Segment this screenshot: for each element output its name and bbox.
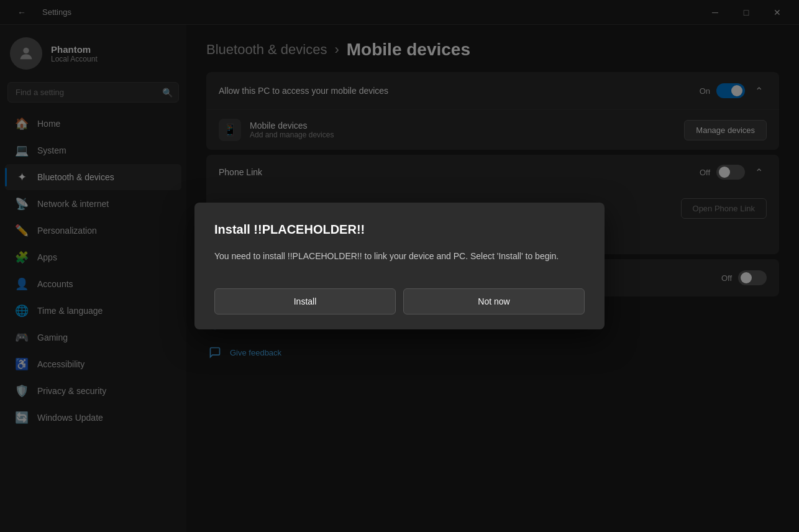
- modal-body: You need to install !!PLACEHOLDER!! to l…: [214, 249, 585, 263]
- modal-title: Install !!PLACEHOLDER!!: [214, 222, 585, 237]
- install-dialog: Install !!PLACEHOLDER!! You need to inst…: [194, 203, 605, 329]
- modal-overlay: Install !!PLACEHOLDER!! You need to inst…: [0, 0, 799, 532]
- modal-actions: Install Not now: [214, 288, 585, 314]
- not-now-button[interactable]: Not now: [403, 288, 585, 314]
- install-button[interactable]: Install: [214, 288, 396, 314]
